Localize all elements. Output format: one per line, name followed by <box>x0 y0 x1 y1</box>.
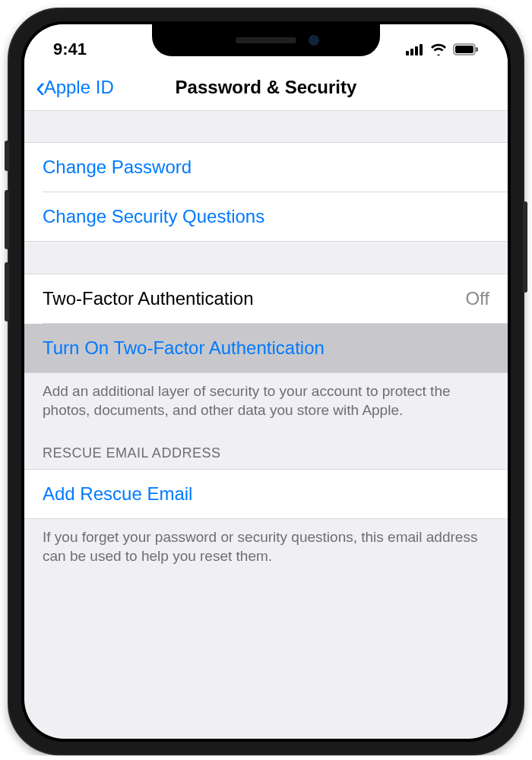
wifi-icon <box>430 43 447 55</box>
two-factor-status-row: Two-Factor Authentication Off <box>24 274 508 323</box>
section-spacer <box>24 241 508 274</box>
svg-rect-3 <box>420 44 423 55</box>
power-button <box>523 201 527 293</box>
two-factor-label: Two-Factor Authentication <box>43 288 253 309</box>
svg-rect-1 <box>410 49 413 55</box>
screen: 9:41 <box>24 24 508 739</box>
add-rescue-email-row[interactable]: Add Rescue Email <box>24 470 508 518</box>
back-button[interactable]: ‹ Apple ID <box>36 73 114 102</box>
front-camera <box>309 35 319 46</box>
battery-icon <box>453 43 479 55</box>
phone-frame: 9:41 <box>8 8 524 755</box>
two-factor-footer: Add an additional layer of security to y… <box>24 372 508 430</box>
rescue-email-header: RESCUE EMAIL ADDRESS <box>24 430 508 470</box>
notch <box>152 24 380 56</box>
back-label: Apple ID <box>44 77 114 98</box>
turn-on-two-factor-label: Turn On Two-Factor Authentication <box>43 337 325 359</box>
nav-bar: ‹ Apple ID Password & Security <box>24 64 508 111</box>
svg-rect-6 <box>476 47 478 52</box>
svg-rect-2 <box>415 46 418 55</box>
section-spacer <box>24 111 508 143</box>
volume-up-button <box>5 190 9 249</box>
speaker <box>236 37 296 43</box>
change-password-label: Change Password <box>43 157 192 178</box>
turn-on-two-factor-row[interactable]: Turn On Two-Factor Authentication <box>24 324 508 372</box>
change-security-questions-label: Change Security Questions <box>43 206 264 227</box>
change-security-questions-row[interactable]: Change Security Questions <box>24 192 508 241</box>
status-right <box>406 43 479 55</box>
change-password-row[interactable]: Change Password <box>24 143 508 192</box>
add-rescue-email-label: Add Rescue Email <box>43 483 192 505</box>
two-factor-value: Off <box>465 288 489 309</box>
volume-down-button <box>5 262 9 321</box>
status-time: 9:41 <box>53 40 87 59</box>
svg-rect-5 <box>455 46 473 53</box>
rescue-email-footer: If you forget your password or security … <box>24 518 508 576</box>
svg-rect-0 <box>406 51 409 55</box>
mute-switch <box>5 141 9 171</box>
cellular-signal-icon <box>406 43 424 55</box>
